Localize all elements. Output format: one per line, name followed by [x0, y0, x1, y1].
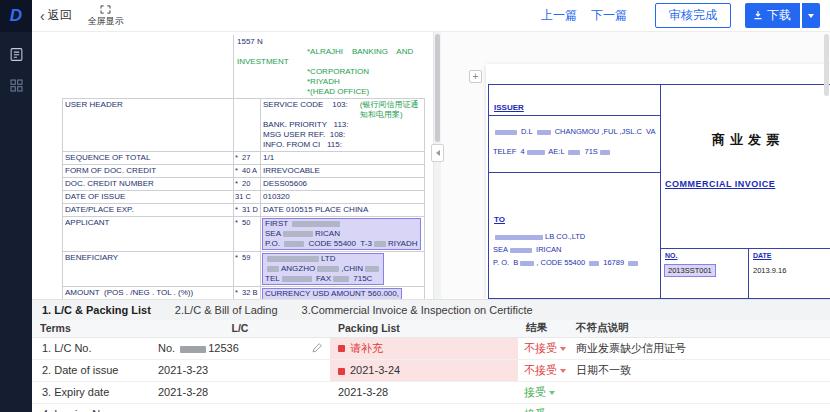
- result-select[interactable]: 接受: [524, 385, 555, 400]
- swift-bank-line: *RIYADH: [237, 77, 425, 87]
- download-button[interactable]: 下载: [745, 3, 800, 28]
- scrollbar-thumb[interactable]: [435, 34, 440, 142]
- edit-icon[interactable]: [312, 343, 322, 353]
- result-select[interactable]: 接受: [524, 407, 555, 412]
- discrepancy-flag-icon: [338, 368, 345, 375]
- review-complete-button[interactable]: 审核完成: [655, 3, 731, 28]
- sidebar: D: [0, 0, 32, 412]
- swift-value-line: BANK. PRIORITY 113:: [263, 120, 422, 130]
- result-cell: 不接受: [518, 337, 568, 359]
- swift-value-line: DATE 010515 PLACE CHINA: [263, 205, 422, 215]
- swift-value-line: 知和电用案): [263, 110, 422, 120]
- chevron-down-icon: [560, 369, 566, 373]
- right-scrollbar-thumb[interactable]: [824, 34, 829, 96]
- swift-header-block: 1557 N *ALRAJHI BANKING ANDINVESTMENT*CO…: [62, 35, 425, 98]
- swift-field-label: DATE OF ISSUE: [63, 191, 234, 203]
- panel-scrollbar[interactable]: [433, 32, 441, 299]
- swift-row: BENEFICIARY* 59LTDANGZHO,CHINTEL FAX 715…: [63, 252, 424, 287]
- tab-lc-packing-list[interactable]: 1. L/C & Packing List: [42, 304, 151, 316]
- swift-field-tag: * 59: [234, 252, 261, 286]
- app-root: D ‹ 返回 全屏显示 上一篇 下一篇 审核完成: [0, 0, 830, 412]
- invoice-line: D.L CHANGMOU ,FUL ,JSL.C VA: [493, 122, 656, 142]
- chevron-down-icon: [549, 391, 555, 395]
- field-highlight: LTDANGZHO,CHINTEL FAX 715C: [263, 254, 383, 284]
- column-header: 结果: [518, 320, 568, 337]
- packing-list-cell: 请补充: [330, 337, 518, 359]
- swift-value-line: MSG USER REF. 108:: [263, 130, 422, 140]
- invoice-title-cn: 商业发票: [661, 131, 830, 149]
- term-cell: 4. Invoice No.: [32, 403, 150, 412]
- result-cell: 接受: [518, 403, 568, 412]
- lc-cell: No. 12536: [150, 337, 330, 359]
- swift-value-line: 010320: [263, 192, 422, 202]
- redacted-text: [600, 150, 610, 155]
- document-viewer: 1557 N *ALRAJHI BANKING ANDINVESTMENT*CO…: [32, 32, 830, 299]
- document-review-icon[interactable]: [7, 45, 25, 63]
- redacted-text: [495, 130, 517, 135]
- swift-field-value: FIRST SEARICANP.O. CODE 55400 T-3RIYADH: [261, 217, 424, 251]
- prev-doc-link[interactable]: 上一篇: [541, 7, 577, 24]
- redacted-text: [283, 231, 313, 237]
- lc-cell: [150, 403, 330, 412]
- table-row: 1. L/C No.No. 12536请补充不接受商业发票缺少信用证号: [32, 337, 830, 359]
- invoice-date-cell: DATE 2013.9.16: [749, 249, 830, 298]
- redacted-text: [510, 248, 532, 253]
- discrepancy-flag-icon: [338, 345, 345, 352]
- tab-lc-bill-of-lading[interactable]: 2.L/C & Bill of Lading: [175, 304, 278, 316]
- redacted-text: [284, 241, 304, 247]
- redacted-text: [317, 266, 339, 272]
- invoice-no-label: NO.: [665, 252, 744, 259]
- swift-field-tag: * 40 A: [234, 165, 261, 177]
- swift-field-label: BENEFICIARY: [63, 252, 234, 286]
- download-icon: [753, 9, 763, 23]
- swift-bank-line: *CORPORATION: [237, 67, 425, 77]
- swift-field-label: SEQUENCE OF TOTAL: [63, 152, 234, 164]
- field-highlight: FIRST SEARICANP.O. CODE 55400 T-3RIYADH: [263, 219, 420, 249]
- back-button[interactable]: ‹ 返回: [40, 7, 72, 24]
- swift-document: 1557 N *ALRAJHI BANKING ANDINVESTMENT*CO…: [62, 35, 425, 299]
- table-body: 1. L/C No.No. 12536请补充不接受商业发票缺少信用证号2. Da…: [32, 337, 830, 412]
- download-label: 下载: [767, 7, 791, 24]
- redacted-text: [267, 266, 279, 272]
- term-cell: 1. L/C No.: [32, 337, 150, 359]
- redacted-text: [365, 266, 379, 272]
- swift-value-line: P.O. CODE 55400 T-3RIYADH: [265, 239, 418, 249]
- download-more-button[interactable]: [802, 3, 820, 28]
- note-cell: 日期不一致: [568, 359, 830, 381]
- chevron-left-icon: [436, 150, 440, 156]
- next-doc-link[interactable]: 下一篇: [591, 7, 627, 24]
- result-select[interactable]: 不接受: [524, 341, 566, 356]
- redacted-text: [537, 130, 551, 135]
- column-header: 不符点说明: [568, 320, 830, 337]
- fullscreen-button[interactable]: 全屏显示: [88, 5, 124, 27]
- swift-ref: 1557 N: [237, 37, 425, 47]
- table-row: 3. Expiry date2021-3-282021-3-28接受: [32, 381, 830, 403]
- invoice-document: ISSUER D.L CHANGMOU ,FUL ,JSL.C VATELEF …: [486, 64, 830, 299]
- swift-field-label: FORM OF DOC. CREDIT: [63, 165, 234, 177]
- swift-field-label: DATE/PLACE EXP.: [63, 204, 234, 216]
- swift-value-line: LTD: [265, 254, 381, 264]
- tab-bar: 1. L/C & Packing List2.L/C & Bill of Lad…: [32, 300, 830, 320]
- download-split-button: 下载: [745, 3, 820, 28]
- invoice-panel[interactable]: + ISSUER D.L CHANGMOU ,FUL ,JSL.C VATELE…: [441, 32, 830, 299]
- redacted-text: [495, 235, 543, 240]
- table-header-row: TermsL/CPacking List结果不符点说明: [32, 320, 830, 337]
- zoom-handle[interactable]: +: [469, 70, 482, 83]
- tab-invoice-inspection[interactable]: 3.Commercial Invoice & Inspection on Cer…: [302, 304, 533, 316]
- note-cell: [568, 403, 830, 412]
- swift-value-line: DESS05606: [263, 179, 422, 189]
- term-cell: 3. Expiry date: [32, 381, 150, 403]
- swift-row: FORM OF DOC. CREDIT* 40 AIRREVOCABLE: [63, 165, 424, 178]
- swift-panel[interactable]: 1557 N *ALRAJHI BANKING ANDINVESTMENT*CO…: [32, 32, 433, 299]
- swift-value-line: ANGZHO,CHIN: [265, 264, 381, 274]
- app-logo[interactable]: D: [0, 0, 32, 32]
- apps-grid-icon[interactable]: [7, 76, 25, 94]
- expand-icon: [100, 5, 111, 16]
- invoice-date-label: DATE: [753, 252, 830, 259]
- review-panel: 1. L/C & Packing List2.L/C & Bill of Lad…: [32, 299, 830, 412]
- collapse-panel-handle[interactable]: [431, 144, 444, 162]
- column-header: L/C: [150, 320, 330, 337]
- result-select[interactable]: 不接受: [524, 363, 566, 378]
- swift-field-tag: 31 C: [234, 191, 261, 203]
- packing-list-cell: [330, 403, 518, 412]
